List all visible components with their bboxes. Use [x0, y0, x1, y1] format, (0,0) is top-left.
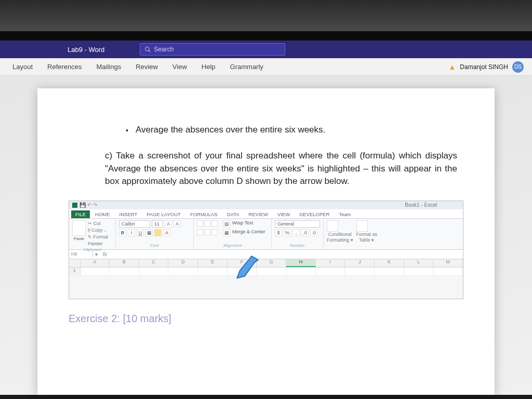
exercise-heading: Exercise 2: [10 marks]	[69, 313, 463, 325]
formula-bar: H6 ▾ fx	[69, 250, 463, 259]
col-L[interactable]: L	[404, 259, 434, 267]
group-alignment: ▤Wrap Text ▦Merge & Center Alignment	[194, 219, 272, 249]
col-K[interactable]: K	[375, 259, 404, 267]
tab-help[interactable]: Help	[194, 58, 223, 75]
bullet-line: • Average the absences over the entire s…	[126, 125, 463, 136]
row-1: 1	[69, 268, 463, 276]
bullet-text: Average the absences over the entire six…	[136, 125, 325, 136]
wrap-text-label: Wrap Text	[232, 220, 253, 228]
font-name[interactable]: Calibri	[119, 220, 150, 228]
title-bar: Lab9 - Word Search	[0, 41, 532, 58]
inc-decimal-button[interactable]: .0	[301, 229, 309, 236]
excel-tabs: FILE HOME INSERT PAGE LAYOUT FORMULAS DA…	[69, 209, 463, 219]
col-M[interactable]: M	[433, 259, 463, 267]
border-button[interactable]: ▦	[145, 229, 153, 236]
search-icon	[144, 46, 151, 52]
percent-button[interactable]: %	[284, 229, 291, 236]
document-canvas[interactable]: • Average the absences over the entire s…	[0, 76, 532, 395]
user-account[interactable]: ▲ Damanjot SINGH DS	[448, 61, 527, 73]
excel-screenshot: 💾 ↶ ↷ Book1 - Excel FILE HOME INSERT PAG…	[69, 201, 463, 299]
page: • Average the absences over the entire s…	[37, 88, 495, 395]
dec-decimal-button[interactable]: .0	[310, 229, 317, 236]
bullet-icon: •	[126, 125, 128, 136]
tab-references[interactable]: References	[40, 58, 89, 75]
excel-icon	[72, 203, 77, 208]
excel-tab-home[interactable]: HOME	[91, 210, 114, 218]
excel-title: Book1 - Excel	[405, 202, 437, 208]
col-H[interactable]: H	[286, 259, 316, 267]
column-headers: A B C D E F G H I J K L M	[69, 259, 463, 268]
col-G[interactable]: G	[257, 259, 286, 267]
col-B[interactable]: B	[110, 259, 139, 267]
format-painter-button[interactable]: ✎ Format Painter	[88, 234, 112, 247]
user-name: Damanjot SINGH	[460, 63, 508, 71]
col-E[interactable]: E	[198, 259, 228, 267]
bold-button[interactable]: B	[119, 229, 126, 236]
name-box[interactable]: H6	[69, 251, 93, 257]
callout-arrow	[230, 254, 259, 280]
excel-tab-view[interactable]: VIEW	[273, 210, 294, 218]
document-title: Lab9 - Word	[68, 46, 104, 54]
excel-titlebar: 💾 ↶ ↷ Book1 - Excel	[69, 201, 463, 209]
excel-tab-file[interactable]: FILE	[71, 210, 90, 218]
col-J[interactable]: J	[345, 259, 375, 267]
font-group-label: Font	[119, 243, 190, 248]
font-size[interactable]: 11	[152, 220, 163, 228]
italic-button[interactable]: I	[128, 229, 135, 236]
group-clipboard: Paste ✂ Cut ⎘ Copy ▾ ✎ Format Painter Cl…	[69, 219, 116, 249]
excel-tab-team[interactable]: Team	[335, 210, 355, 218]
grow-font[interactable]: A	[165, 220, 172, 228]
cut-button[interactable]: ✂ Cut	[88, 220, 112, 227]
group-font: Calibri 11 A A B I U ▦ A	[116, 219, 194, 249]
group-styles: ConditionalFormatting ▾ Format asTable ▾	[324, 219, 463, 249]
excel-tab-pagelayout[interactable]: PAGE LAYOUT	[142, 210, 185, 218]
tab-mailings[interactable]: Mailings	[89, 58, 129, 75]
avatar: DS	[512, 61, 524, 73]
tab-review[interactable]: Review	[128, 58, 165, 75]
merge-center-label: Merge & Center	[232, 229, 265, 236]
tab-grammarly[interactable]: Grammarly	[223, 58, 271, 75]
excel-tab-data[interactable]: DATA	[223, 210, 244, 218]
shrink-font[interactable]: A	[174, 220, 181, 228]
excel-tab-review[interactable]: REVIEW	[245, 210, 272, 218]
excel-ribbon: Paste ✂ Cut ⎘ Copy ▾ ✎ Format Painter Cl…	[69, 219, 463, 250]
fx-icon[interactable]: ▾	[93, 251, 100, 257]
wrap-text-button[interactable]: ▤	[223, 220, 230, 228]
copy-button[interactable]: ⎘ Copy ▾	[88, 227, 112, 234]
fill-color-button[interactable]	[154, 229, 162, 236]
warning-icon: ▲	[448, 63, 456, 71]
svg-line-1	[149, 50, 151, 52]
excel-tab-insert[interactable]: INSERT	[115, 210, 142, 218]
quick-access: 💾 ↶ ↷	[79, 202, 97, 208]
number-format[interactable]: General	[275, 220, 320, 228]
svg-point-0	[145, 47, 150, 51]
col-D[interactable]: D	[168, 259, 198, 267]
paragraph-c: c) Take a screenshot of your final sprea…	[105, 150, 457, 188]
tab-layout[interactable]: Layout	[5, 58, 40, 75]
currency-button[interactable]: $	[275, 229, 282, 236]
col-C[interactable]: C	[139, 259, 169, 267]
paste-button[interactable]	[72, 220, 86, 236]
col-A[interactable]: A	[81, 259, 110, 267]
paste-label: Paste	[72, 236, 86, 241]
search-box[interactable]: Search	[140, 43, 285, 56]
conditional-formatting-icon[interactable]	[327, 220, 338, 232]
underline-button[interactable]: U	[137, 229, 144, 236]
ribbon-tabs: Layout References Mailings Review View H…	[0, 58, 532, 76]
comma-button[interactable]: ,	[292, 229, 300, 236]
alignment-group-label: Alignment	[197, 243, 268, 248]
group-number: General $ % , .0 .0 Number	[272, 219, 324, 249]
word-window: Lab9 - Word Search Layout References Mai…	[0, 31, 532, 395]
tab-view[interactable]: View	[165, 58, 194, 75]
search-placeholder: Search	[154, 46, 174, 53]
fx-label[interactable]: fx	[100, 251, 110, 257]
number-group-label: Number	[275, 243, 320, 248]
excel-tab-developer[interactable]: DEVELOPER	[295, 210, 334, 218]
merge-center-button[interactable]: ▦	[223, 229, 230, 236]
format-as-table-icon[interactable]	[356, 220, 368, 232]
col-I[interactable]: I	[316, 259, 345, 267]
font-color-button[interactable]: A	[163, 229, 170, 236]
excel-tab-formulas[interactable]: FORMULAS	[186, 210, 222, 218]
svg-marker-2	[237, 256, 258, 278]
